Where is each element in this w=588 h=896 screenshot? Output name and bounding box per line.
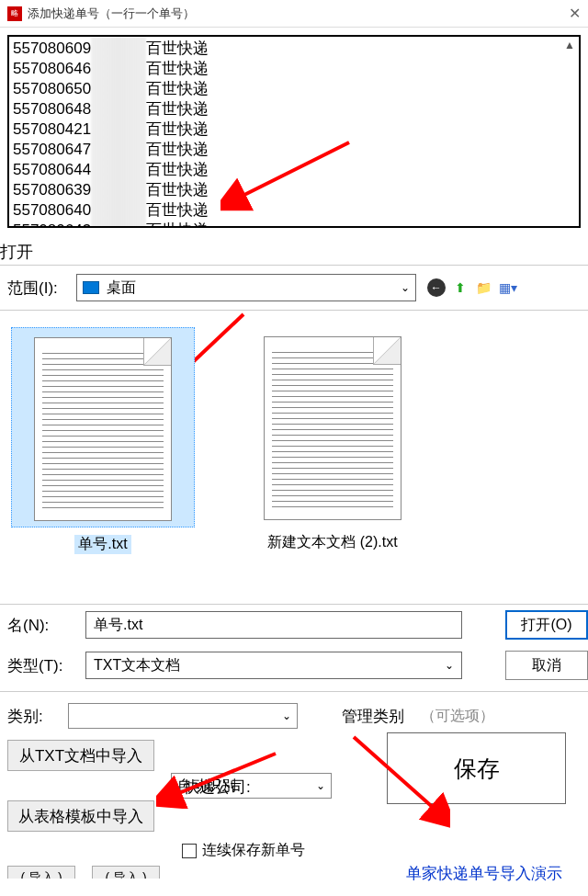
views-icon[interactable]: ▦▾ <box>499 278 517 297</box>
file-item[interactable]: 单号.txt <box>11 327 195 596</box>
file-list-pane: 单号.txt 新建文本文档 (2).txt <box>0 311 588 605</box>
chevron-down-icon: ⌄ <box>316 779 325 792</box>
new-folder-icon[interactable]: 📁 <box>475 278 493 297</box>
import-table-button[interactable]: 从表格模板中导入 <box>7 800 154 832</box>
file-name: 新建文本文档 (2).txt <box>241 533 424 552</box>
filetype-label: 类型(T): <box>7 655 85 676</box>
filetype-select[interactable]: TXT文本文档⌄ <box>85 652 462 679</box>
app-icon: 略 <box>7 6 22 21</box>
optional-text: （可选项） <box>421 707 494 726</box>
window-title: 添加快递单号（一行一个单号） <box>28 6 569 22</box>
range-value: 桌面 <box>107 278 401 298</box>
category-select[interactable]: ⌄ <box>68 703 298 729</box>
chevron-down-icon: ⌄ <box>282 709 291 722</box>
range-bar: 范围(I): 桌面 ⌄ ← ⬆ 📁 ▦▾ <box>0 265 588 311</box>
chevron-down-icon: ⌄ <box>401 281 410 294</box>
tracking-numbers-col: 557080609 557080646 557080650 557080648 … <box>9 37 91 228</box>
filename-input[interactable]: 单号.txt <box>85 611 462 639</box>
demo-link[interactable]: 单家快递单号导入演示 <box>406 863 562 884</box>
import-txt-button[interactable]: 从TXT文档中导入 <box>7 740 154 771</box>
open-button[interactable]: 打开(O) <box>505 610 588 640</box>
file-name: 单号.txt <box>74 535 130 554</box>
continuous-label: 连续保存新单号 <box>202 841 305 860</box>
desktop-icon <box>83 281 99 294</box>
save-button[interactable]: 保存 <box>387 732 566 804</box>
chevron-down-icon: ⌄ <box>445 659 454 672</box>
express-company-label: 快递公司: <box>184 777 251 798</box>
up-folder-icon[interactable]: ⬆ <box>451 278 469 297</box>
blurred-column <box>91 37 146 228</box>
tracking-textarea[interactable]: ▲ 557080609 557080646 557080650 55708064… <box>7 35 581 228</box>
file-item[interactable]: 新建文本文档 (2).txt <box>241 327 424 596</box>
tracking-company-col: 百世快递百世快递百世快递百世快递百世快递百世快递百世快递百世快递百世快递百世快递 <box>146 37 209 228</box>
scroll-up-icon[interactable]: ▲ <box>562 39 577 53</box>
import-action-button[interactable]: ( 导入 ) <box>92 866 160 879</box>
import-action-button[interactable]: ( 导入 ) <box>7 866 75 879</box>
open-dialog-title: 打开 <box>0 235 588 265</box>
close-icon[interactable]: ✕ <box>569 5 581 22</box>
continuous-checkbox[interactable] <box>182 844 197 858</box>
range-label: 范围(I): <box>7 278 58 299</box>
txt-file-icon <box>34 337 172 521</box>
cancel-button[interactable]: 取消 <box>505 651 588 680</box>
back-icon[interactable]: ← <box>427 278 446 297</box>
manage-category-link[interactable]: 管理类别 <box>342 706 404 727</box>
txt-file-icon <box>264 336 401 520</box>
category-label: 类别: <box>7 706 61 727</box>
titlebar: 略 添加快递单号（一行一个单号） ✕ <box>0 0 588 28</box>
filename-label: 名(N): <box>7 615 85 636</box>
range-select[interactable]: 桌面 ⌄ <box>76 274 416 301</box>
